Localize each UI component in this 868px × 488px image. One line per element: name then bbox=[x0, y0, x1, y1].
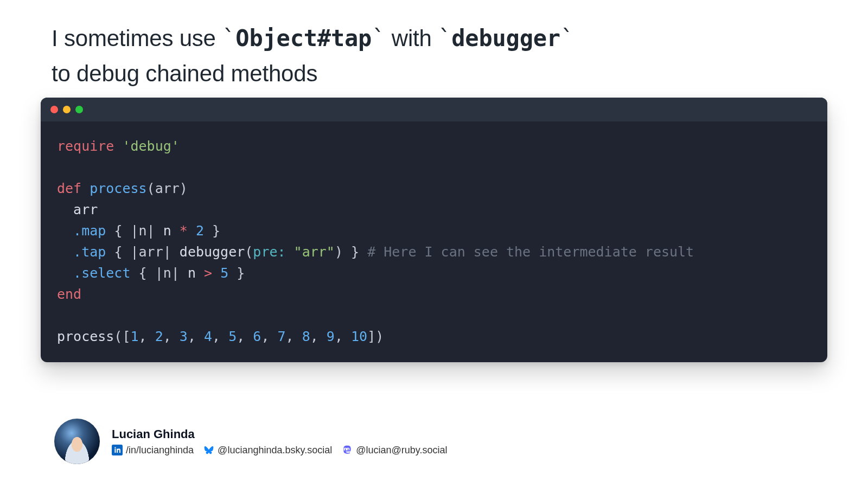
num-5: 5 bbox=[220, 265, 228, 281]
var-n: n bbox=[188, 265, 196, 281]
traffic-light-minimize-icon bbox=[63, 106, 71, 113]
method-select: .select bbox=[73, 265, 130, 281]
comma: , bbox=[139, 329, 155, 344]
num-literal: 2 bbox=[155, 329, 163, 344]
heading-mid: with bbox=[385, 25, 438, 51]
mastodon-link[interactable]: @lucian@ruby.social bbox=[342, 445, 447, 456]
backtick: ` bbox=[560, 25, 574, 52]
slide-heading: I sometimes use `Object#tap` with `debug… bbox=[52, 21, 574, 91]
kw-def: def bbox=[57, 181, 81, 196]
brace-close: } bbox=[212, 223, 220, 239]
paren-open: ( bbox=[147, 181, 155, 196]
heading-prefix: I sometimes use bbox=[52, 25, 222, 51]
block-param-arr: |arr| bbox=[131, 244, 171, 260]
array-literal: 1, 2, 3, 4, 5, 6, 7, 8, 9, 10 bbox=[130, 329, 367, 344]
mastodon-handle: @lucian@ruby.social bbox=[356, 445, 447, 456]
kw-end: end bbox=[57, 286, 81, 302]
num-literal: 9 bbox=[327, 329, 335, 344]
backtick: ` bbox=[438, 25, 451, 52]
paren-open: ( bbox=[245, 244, 253, 260]
method-tap: .tap bbox=[73, 244, 106, 260]
block-param-n: |n| bbox=[155, 265, 180, 281]
num-literal: 10 bbox=[351, 329, 367, 344]
array-open: ([ bbox=[114, 329, 130, 344]
block-param-n: |n| bbox=[131, 223, 155, 239]
author-footer: Lucian Ghinda /in/lucianghinda @luciangh… bbox=[54, 419, 447, 464]
string-debug: 'debug' bbox=[122, 138, 179, 154]
traffic-light-zoom-icon bbox=[75, 106, 83, 113]
bluesky-icon bbox=[203, 445, 214, 455]
op-gt: > bbox=[204, 265, 212, 281]
traffic-light-close-icon bbox=[50, 106, 58, 113]
num-literal: 7 bbox=[278, 329, 286, 344]
mastodon-icon bbox=[342, 445, 353, 455]
comma: , bbox=[212, 329, 228, 344]
author-avatar bbox=[54, 419, 100, 464]
string-arr: "arr" bbox=[294, 244, 335, 260]
backtick: ` bbox=[372, 25, 385, 52]
var-arr: arr bbox=[73, 202, 98, 217]
call-process: process bbox=[57, 329, 114, 344]
paren-close: ) bbox=[335, 244, 343, 260]
linkedin-icon bbox=[112, 445, 123, 455]
num-literal: 6 bbox=[253, 329, 261, 344]
num-literal: 3 bbox=[180, 329, 188, 344]
method-map: .map bbox=[73, 223, 106, 239]
comma: , bbox=[310, 329, 327, 344]
array-close: ]) bbox=[367, 329, 384, 344]
comma: , bbox=[163, 329, 180, 344]
num-2: 2 bbox=[196, 223, 204, 239]
brace-open: { bbox=[139, 265, 147, 281]
code-window: require 'debug' def process(arr) arr .ma… bbox=[41, 98, 827, 362]
num-literal: 1 bbox=[130, 329, 138, 344]
kw-require: require bbox=[57, 138, 114, 154]
brace-close: } bbox=[351, 244, 359, 260]
linkedin-handle: /in/lucianghinda bbox=[126, 445, 194, 456]
social-links: /in/lucianghinda @lucianghinda.bsky.soci… bbox=[112, 445, 447, 456]
num-literal: 4 bbox=[204, 329, 212, 344]
author-info: Lucian Ghinda /in/lucianghinda @luciangh… bbox=[112, 427, 447, 456]
backtick: ` bbox=[222, 25, 235, 52]
comma: , bbox=[237, 329, 253, 344]
comment: # Here I can see the intermediate result bbox=[367, 244, 694, 260]
op-star: * bbox=[180, 223, 188, 239]
bluesky-handle: @lucianghinda.bsky.social bbox=[218, 445, 332, 456]
param-arr: arr bbox=[155, 181, 180, 196]
var-n: n bbox=[163, 223, 171, 239]
inline-code-object-tap: Object#tap bbox=[235, 25, 372, 52]
fn-process: process bbox=[90, 181, 146, 196]
author-name: Lucian Ghinda bbox=[112, 427, 447, 441]
window-titlebar bbox=[41, 98, 827, 121]
code-block: require 'debug' def process(arr) arr .ma… bbox=[41, 121, 827, 362]
num-literal: 5 bbox=[228, 329, 237, 344]
paren-close: ) bbox=[180, 181, 188, 196]
heading-line2: to debug chained methods bbox=[52, 61, 317, 86]
linkedin-link[interactable]: /in/lucianghinda bbox=[112, 445, 194, 456]
num-literal: 8 bbox=[302, 329, 310, 344]
comma: , bbox=[335, 329, 351, 344]
call-debugger: debugger bbox=[180, 244, 245, 260]
brace-open: { bbox=[114, 244, 122, 260]
brace-open: { bbox=[114, 223, 122, 239]
kwarg-pre: pre: bbox=[253, 244, 285, 260]
comma: , bbox=[286, 329, 302, 344]
inline-code-debugger: debugger bbox=[451, 25, 560, 52]
comma: , bbox=[261, 329, 277, 344]
comma: , bbox=[188, 329, 204, 344]
brace-close: } bbox=[237, 265, 245, 281]
bluesky-link[interactable]: @lucianghinda.bsky.social bbox=[203, 445, 332, 456]
